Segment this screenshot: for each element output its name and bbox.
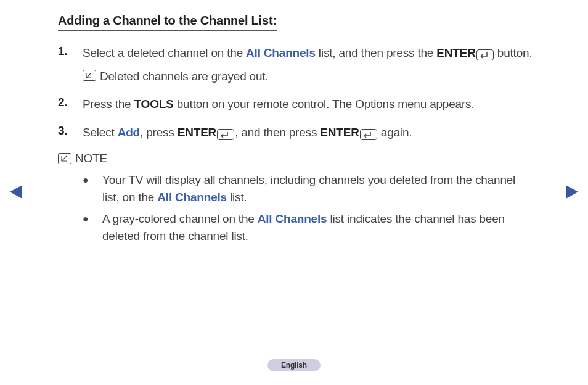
note-label: NOTE: [75, 152, 107, 165]
enter-label: ENTER: [178, 126, 216, 139]
text: button on your remote control. The Optio…: [174, 97, 475, 110]
all-channels-link: All Channels: [157, 191, 227, 204]
language-badge: English: [267, 359, 321, 371]
text: , and then press: [235, 126, 320, 139]
enter-icon: [360, 129, 377, 140]
text: Press the: [83, 97, 134, 110]
step-body: Select a deleted channel on the All Chan…: [83, 44, 534, 85]
text: list.: [227, 191, 247, 204]
step-2: 2. Press the TOOLS button on your remote…: [58, 96, 534, 113]
text: list, and then press the: [316, 46, 437, 59]
text: Select: [83, 126, 118, 139]
step-body: Press the TOOLS button on your remote co…: [83, 96, 534, 113]
next-page-arrow[interactable]: [566, 185, 578, 199]
note-icon: [58, 153, 71, 164]
subnote-text: Deleted channels are grayed out.: [100, 68, 269, 85]
note-icon: [83, 70, 96, 81]
bullet-text: A gray-colored channel on the All Channe…: [102, 210, 534, 244]
text: A gray-colored channel on the: [102, 212, 258, 225]
step-number: 1.: [58, 44, 83, 85]
bullet-dot-icon: ●: [83, 172, 102, 205]
text: button.: [494, 46, 533, 59]
bullet-item: ● Your TV will display all channels, inc…: [83, 172, 534, 205]
step-number: 2.: [58, 96, 83, 113]
bullet-dot-icon: ●: [83, 210, 102, 244]
all-channels-link: All Channels: [246, 46, 316, 59]
enter-icon: [217, 129, 234, 140]
text: Select a deleted channel on the: [83, 46, 246, 59]
bullet-text: Your TV will display all channels, inclu…: [102, 172, 534, 205]
step-3: 3. Select Add, press ENTER, and then pre…: [58, 124, 534, 141]
page-heading: Adding a Channel to the Channel List:: [58, 14, 277, 31]
step-1: 1. Select a deleted channel on the All C…: [58, 44, 534, 85]
note-bullets: ● Your TV will display all channels, inc…: [83, 172, 534, 244]
enter-icon: [476, 49, 494, 60]
note-header: NOTE: [58, 152, 534, 165]
bullet-item: ● A gray-colored channel on the All Chan…: [83, 210, 534, 244]
enter-label: ENTER: [436, 46, 475, 59]
step-subnote: Deleted channels are grayed out.: [83, 68, 534, 85]
step-number: 3.: [58, 124, 83, 141]
text: again.: [378, 126, 412, 139]
prev-page-arrow[interactable]: [10, 185, 22, 199]
tools-label: TOOLS: [134, 97, 174, 110]
text: , press: [140, 126, 178, 139]
all-channels-link: All Channels: [258, 212, 327, 225]
step-body: Select Add, press ENTER, and then press …: [83, 124, 534, 141]
steps-list: 1. Select a deleted channel on the All C…: [58, 44, 534, 141]
note-section: NOTE ● Your TV will display all channels…: [58, 152, 534, 244]
add-link: Add: [118, 126, 140, 139]
enter-label: ENTER: [320, 126, 359, 139]
